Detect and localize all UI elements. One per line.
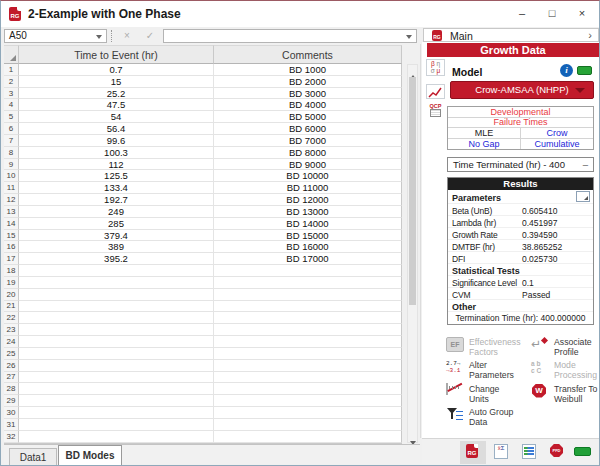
cell-time[interactable]: 125.5 <box>19 170 214 182</box>
row-number[interactable]: 16 <box>4 241 19 253</box>
cell-time[interactable]: 249 <box>19 206 214 218</box>
grid-row[interactable]: 10.7BD 1000 <box>4 64 402 76</box>
cell-time[interactable]: 0.7 <box>19 64 214 76</box>
row-number[interactable]: 32 <box>4 431 19 443</box>
grid-row[interactable]: 13249BD 13000 <box>4 206 402 218</box>
scrollbar-thumb[interactable] <box>409 77 416 305</box>
row-number[interactable]: 5 <box>4 111 19 123</box>
grid-row[interactable]: 28 <box>4 383 402 395</box>
close-button[interactable]: × <box>567 1 597 26</box>
cell-time[interactable] <box>19 348 214 360</box>
plot-icon[interactable] <box>426 84 445 99</box>
grid-row[interactable]: 22 <box>4 312 402 324</box>
grid-row[interactable]: 799.6BD 7000 <box>4 135 402 147</box>
row-number[interactable]: 15 <box>4 230 19 242</box>
setting-option[interactable]: Crow <box>520 128 593 138</box>
maximize-button[interactable]: □ <box>537 1 567 26</box>
cell-time[interactable] <box>19 277 214 289</box>
cell-comment[interactable]: BD 9000 <box>214 159 402 171</box>
cell-time[interactable]: 395.2 <box>19 253 214 265</box>
setting-option[interactable]: Cumulative <box>520 139 593 150</box>
model-select-button[interactable]: Crow-AMSAA (NHPP) <box>450 81 594 99</box>
grid-row[interactable]: 30 <box>4 407 402 419</box>
parameters-icon[interactable]: β ησ μ <box>426 59 445 76</box>
cell-time[interactable]: 133.4 <box>19 182 214 194</box>
cell-time[interactable] <box>19 289 214 301</box>
setting-option[interactable]: Failure Times <box>448 118 593 128</box>
cell-time[interactable] <box>19 312 214 324</box>
cell-comment[interactable]: BD 12000 <box>214 194 402 206</box>
grid-row[interactable]: 21 <box>4 301 402 313</box>
scroll-up-icon[interactable] <box>408 65 417 76</box>
grid-row[interactable]: 19 <box>4 277 402 289</box>
row-number[interactable]: 28 <box>4 383 19 395</box>
row-number[interactable]: 9 <box>4 159 19 171</box>
row-number[interactable]: 20 <box>4 289 19 301</box>
growth-data-view-icon[interactable]: RG <box>466 444 478 458</box>
cancel-entry-button[interactable]: × <box>117 29 137 43</box>
grid-row[interactable]: 12192.7BD 12000 <box>4 194 402 206</box>
auto-group-data-button[interactable]: Auto Group Data <box>444 406 529 429</box>
cell-time[interactable] <box>19 360 214 372</box>
cell-time[interactable]: 47.5 <box>19 99 214 111</box>
settings-view-icon[interactable] <box>522 444 536 459</box>
cell-comment[interactable]: BD 16000 <box>214 241 402 253</box>
formula-input[interactable] <box>163 29 417 43</box>
qcp-view-icon[interactable]: PFD <box>550 444 563 457</box>
setting-option[interactable]: No Gap <box>448 139 520 150</box>
grid-row[interactable]: 325.2BD 3000 <box>4 88 402 100</box>
grid-row[interactable]: 10125.5BD 10000 <box>4 170 402 182</box>
cell-time[interactable]: 389 <box>19 241 214 253</box>
mode-processing-button[interactable]: a bc C Mode Processing <box>529 359 598 382</box>
cell-comment[interactable] <box>214 312 402 324</box>
row-number[interactable]: 7 <box>4 135 19 147</box>
cell-comment[interactable] <box>214 360 402 372</box>
grid-row[interactable]: 23 <box>4 324 402 336</box>
cell-comment[interactable] <box>214 277 402 289</box>
row-number[interactable]: 24 <box>4 336 19 348</box>
grid-row[interactable]: 16389BD 16000 <box>4 241 402 253</box>
cell-comment[interactable] <box>214 383 402 395</box>
cell-comment[interactable]: BD 3000 <box>214 88 402 100</box>
cell-comment[interactable] <box>214 289 402 301</box>
cell-time[interactable]: 25.2 <box>19 88 214 100</box>
row-number[interactable]: 17 <box>4 253 19 265</box>
cell-comment[interactable]: BD 11000 <box>214 182 402 194</box>
transfer-to-weibull-button[interactable]: W Transfer To Weibull <box>529 383 598 406</box>
cell-time[interactable] <box>19 407 214 419</box>
cell-comment[interactable]: BD 4000 <box>214 99 402 111</box>
cell-comment[interactable]: BD 14000 <box>214 218 402 230</box>
grid-row[interactable]: 11133.4BD 11000 <box>4 182 402 194</box>
qcp-icon[interactable]: QCP <box>426 103 445 119</box>
row-number[interactable]: 12 <box>4 194 19 206</box>
cell-time[interactable]: 112 <box>19 159 214 171</box>
row-number[interactable]: 10 <box>4 170 19 182</box>
grid-row[interactable]: 31 <box>4 419 402 431</box>
grid-row[interactable]: 215BD 2000 <box>4 76 402 88</box>
grid-row[interactable]: 447.5BD 4000 <box>4 99 402 111</box>
cell-reference-box[interactable]: A50 <box>4 29 107 43</box>
cell-comment[interactable]: BD 5000 <box>214 111 402 123</box>
row-number[interactable]: 30 <box>4 407 19 419</box>
cell-time[interactable]: 56.4 <box>19 123 214 135</box>
grid-row[interactable]: 29 <box>4 395 402 407</box>
cell-time[interactable]: 192.7 <box>19 194 214 206</box>
cell-comment[interactable] <box>214 324 402 336</box>
confirm-entry-button[interactable]: ✓ <box>140 29 160 43</box>
grid-row[interactable]: 17395.2BD 17000 <box>4 253 402 265</box>
grid-row[interactable]: 8100.3BD 8000 <box>4 147 402 159</box>
cell-comment[interactable]: BD 1000 <box>214 64 402 76</box>
chevron-right-icon[interactable]: › <box>588 29 592 41</box>
grid-row[interactable]: 26 <box>4 360 402 372</box>
row-number[interactable]: 31 <box>4 419 19 431</box>
cell-time[interactable] <box>19 383 214 395</box>
row-number[interactable]: 4 <box>4 99 19 111</box>
cell-comment[interactable] <box>214 395 402 407</box>
cell-comment[interactable]: BD 17000 <box>214 253 402 265</box>
cell-time[interactable]: 54 <box>19 111 214 123</box>
grid-row[interactable]: 15379.4BD 15000 <box>4 230 402 242</box>
grid-row[interactable]: 656.4BD 6000 <box>4 123 402 135</box>
info-icon[interactable]: i <box>560 64 573 77</box>
analysis-settings-table[interactable]: DevelopmentalFailure TimesMLECrowNo GapC… <box>447 106 594 150</box>
cell-time[interactable] <box>19 395 214 407</box>
